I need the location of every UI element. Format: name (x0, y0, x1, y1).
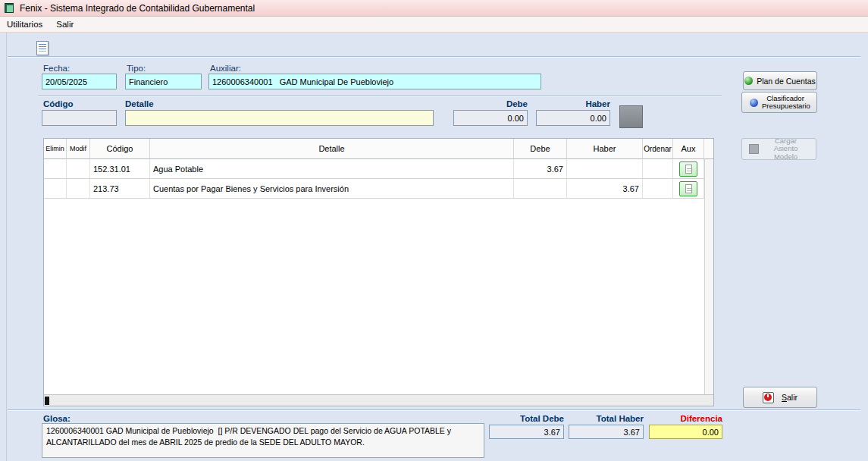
cargar-asiento-modelo-button[interactable]: Cargar Asiento Modelo (741, 138, 816, 160)
haber-value: 0.00 (591, 114, 606, 123)
grid-vertical-scrollbar[interactable] (704, 159, 713, 394)
fecha-field[interactable]: 20/05/2025 (42, 74, 117, 89)
cell-ordenar[interactable] (643, 179, 673, 198)
tipo-label: Tipo: (127, 64, 146, 73)
debe-field[interactable]: 0.00 (453, 110, 528, 126)
glosa-label: Glosa: (43, 414, 71, 423)
diferencia-label: Diferencia (649, 414, 722, 423)
codigo-label: Código (43, 99, 74, 108)
cell-aux (673, 159, 704, 178)
auxiliar-value: 1260006340001 GAD Municipal De Pueblovie… (212, 77, 393, 86)
plan-de-cuentas-button[interactable]: Plan de Cuentas (743, 71, 817, 90)
haber-label: Haber (536, 99, 610, 108)
total-haber-label: Total Haber (569, 414, 644, 423)
menu-item-salir[interactable]: Salir (49, 17, 80, 31)
entry-action-button[interactable] (619, 105, 643, 128)
blue-sphere-icon (750, 99, 758, 107)
debe-value: 0.00 (508, 114, 524, 123)
window-title: Fenix - Sistema Integrado de Contabilida… (20, 3, 255, 14)
cell-elimin[interactable] (44, 179, 67, 198)
salir-button[interactable]: Salir (743, 387, 817, 408)
header-debe[interactable]: Debe (514, 139, 567, 159)
auxiliar-field[interactable]: 1260006340001 GAD Municipal De Pueblovie… (208, 74, 541, 89)
header-codigo[interactable]: Código (90, 139, 150, 159)
aux-button[interactable] (679, 162, 697, 177)
detalle-label: Detalle (125, 99, 154, 108)
total-debe-value: 3.67 (544, 428, 560, 437)
separator-form (38, 96, 722, 97)
clasificador-presupuestario-button[interactable]: Clasificador Presupuestario (741, 92, 817, 113)
diferencia-value: 0.00 (703, 428, 719, 437)
debe-label: Debe (453, 99, 528, 108)
document-icon (685, 184, 692, 193)
total-haber-field: 3.67 (569, 425, 644, 439)
gray-square-icon (749, 144, 759, 154)
new-entry-button[interactable] (33, 38, 52, 58)
header-modif[interactable]: Modif (67, 139, 90, 159)
cell-debe (514, 179, 567, 198)
cell-aux (673, 179, 704, 198)
fecha-label: Fecha: (43, 64, 70, 73)
grid-header-row: Elimin Modif Código Detalle Debe Haber O… (44, 139, 713, 159)
cell-modif[interactable] (67, 159, 90, 178)
aux-button[interactable] (679, 181, 697, 196)
total-debe-field: 3.67 (489, 425, 564, 439)
diferencia-field: 0.00 (649, 425, 722, 439)
title-bar: Fenix - Sistema Integrado de Contabilida… (0, 0, 868, 17)
cell-codigo: 152.31.01 (90, 159, 150, 178)
scrollbar-thumb[interactable] (45, 397, 49, 405)
cell-elimin[interactable] (44, 159, 67, 178)
fecha-value: 20/05/2025 (45, 77, 87, 86)
cell-detalle: Agua Potable (150, 159, 514, 178)
power-icon (763, 392, 774, 403)
tipo-value: Financiero (129, 77, 168, 86)
new-document-icon (36, 41, 49, 55)
haber-field[interactable]: 0.00 (536, 110, 610, 126)
cell-haber (567, 159, 643, 178)
header-ordenar[interactable]: Ordenar (643, 139, 673, 159)
grid-horizontal-scrollbar[interactable] (44, 394, 713, 406)
header-elimin[interactable]: Elimin (44, 139, 67, 159)
total-debe-label: Total Debe (489, 414, 564, 423)
auxiliar-label: Auxiliar: (210, 64, 241, 73)
cell-detalle: Cuentas por Pagar Bienes y Servicios par… (150, 179, 514, 198)
menu-item-utilitarios[interactable]: Utilitarios (0, 17, 49, 31)
app-icon (4, 2, 15, 14)
left-panel-strip (0, 33, 7, 461)
separator-top (8, 56, 860, 58)
header-haber[interactable]: Haber (567, 139, 643, 159)
document-icon (685, 165, 692, 174)
total-haber-value: 3.67 (624, 428, 640, 437)
table-row[interactable]: 213.73 Cuentas por Pagar Bienes y Servic… (44, 179, 713, 199)
cell-debe: 3.67 (514, 159, 567, 178)
detalle-field[interactable] (125, 110, 434, 126)
salir-label: Salir (782, 393, 797, 402)
table-row[interactable]: 152.31.01 Agua Potable 3.67 (44, 159, 713, 179)
header-detalle[interactable]: Detalle (150, 139, 514, 159)
cargar-asiento-label: Cargar Asiento Modelo (763, 137, 810, 161)
cell-modif[interactable] (67, 179, 90, 198)
glosa-field[interactable]: 1260006340001 GAD Municipal de Pueblovie… (42, 423, 484, 458)
plan-de-cuentas-label: Plan de Cuentas (757, 77, 816, 86)
tipo-field[interactable]: Financiero (125, 74, 202, 89)
separator-footer (8, 409, 860, 411)
menu-bar: Utilitarios Salir (0, 17, 868, 33)
clasificador-label: Clasificador Presupuestario (762, 95, 809, 111)
app-window: Fenix - Sistema Integrado de Contabilida… (0, 0, 868, 461)
header-filler (704, 139, 713, 159)
cell-haber: 3.67 (567, 179, 643, 198)
codigo-field[interactable] (42, 110, 117, 126)
cell-ordenar[interactable] (643, 159, 673, 178)
header-aux[interactable]: Aux (673, 139, 704, 159)
green-sphere-icon (744, 77, 753, 85)
cell-codigo: 213.73 (90, 179, 150, 198)
entries-grid: Elimin Modif Código Detalle Debe Haber O… (43, 138, 714, 406)
